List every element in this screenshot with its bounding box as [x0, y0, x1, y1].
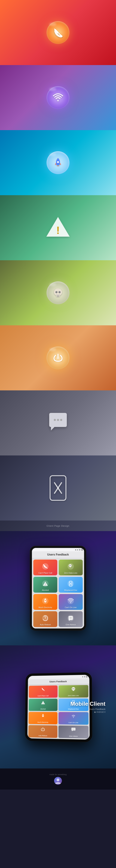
big-item-zero-data[interactable]: Zero Data Loss	[59, 685, 88, 698]
big-give-advice-label: Give Advice	[69, 735, 78, 737]
svg-text:!: !	[45, 583, 46, 586]
big-skull-icon	[71, 686, 76, 691]
warning-triangle-container: !	[45, 215, 71, 240]
phone-rectangle-container	[47, 474, 69, 502]
chat-bubble-icon	[46, 410, 70, 435]
wifi-status-icon: ▲▲	[75, 549, 78, 551]
cant-place-call-icon-circle	[47, 21, 69, 44]
svg-point-46	[73, 717, 74, 718]
chat-bubble-container	[46, 410, 70, 436]
big-much-electricity-label: Much Electricity	[38, 721, 48, 723]
author-avatar	[54, 777, 62, 785]
rocket-icon-circle	[47, 151, 69, 174]
feedback-item-misplaced[interactable]: Misplaced Else	[59, 577, 83, 593]
svg-point-30	[70, 602, 71, 603]
android-icon: ◆	[94, 711, 96, 713]
phone-slash-icon	[52, 26, 64, 39]
shine-overlay	[49, 283, 56, 286]
give-advice-icon	[67, 615, 74, 622]
hero-section-phone-x	[0, 456, 116, 521]
phone-mockup-section: ▲▲ |||| ▐ Users Feedback Can't	[0, 531, 116, 645]
hero-section-rocket	[0, 130, 116, 195]
feedback-item-aborted[interactable]: ! Aborted	[33, 577, 57, 593]
cant-place-label: Can't Place Call	[39, 572, 52, 574]
shine-overlay	[49, 153, 56, 156]
status-icons: ▲▲ |||| ▐	[75, 549, 82, 551]
svg-point-34	[70, 618, 70, 618]
big-zero-data-label: Zero Data Loss	[68, 694, 79, 696]
status-bar: ▲▲ |||| ▐	[32, 548, 84, 551]
svg-point-4	[55, 291, 57, 293]
app-header: Users Feedback	[32, 551, 84, 558]
rocket-icon	[52, 156, 64, 169]
client-page-label: Client Page Design	[47, 525, 69, 527]
misplaced-icon	[67, 580, 74, 587]
client-page-label-section: Client Page Design	[0, 521, 116, 531]
feedback-item-auto-reboot[interactable]: Auto Reboot	[33, 611, 57, 627]
hero-section-wifi	[0, 65, 116, 130]
big-auto-reboot-label: Auto Reboot	[39, 735, 47, 737]
give-advice-label: Give Advice	[66, 624, 76, 626]
battery-icon: ▐	[81, 549, 82, 551]
auto-reboot-label: Auto Reboot	[40, 624, 51, 626]
misplaced-label: Misplaced Else	[64, 589, 77, 591]
big-aborted-label: Aborted	[40, 708, 46, 710]
svg-point-18	[69, 565, 70, 566]
big-item-cant-online[interactable]: Can't On Line	[59, 712, 89, 725]
big-item-auto-reboot[interactable]: Auto Reboot	[28, 725, 57, 738]
big-status-icons: ▲ |||| ▐	[82, 676, 87, 678]
svg-point-11	[60, 419, 62, 421]
big-item-much-electricity[interactable]: Much Electricity	[28, 712, 57, 724]
svg-point-51	[56, 778, 60, 781]
svg-text:!: !	[56, 224, 60, 236]
hero-section-chat	[0, 391, 116, 456]
much-electricity-label: Much Electricity	[39, 606, 52, 609]
svg-rect-7	[59, 296, 59, 297]
phone-device-outer: ▲▲ |||| ▐ Users Feedback Can't	[30, 546, 86, 630]
feedback-item-cant-online[interactable]: Can't On Line	[59, 594, 83, 610]
svg-rect-6	[57, 296, 58, 297]
phone-x-icon	[47, 474, 69, 502]
svg-point-9	[54, 419, 56, 421]
svg-point-1	[57, 161, 59, 163]
zero-data-icon	[67, 563, 74, 570]
hero-section-warning: !	[0, 195, 116, 260]
mobile-client-title: Mobile Client	[70, 701, 106, 707]
big-chat-icon	[71, 727, 76, 732]
auto-reboot-icon	[42, 615, 49, 622]
big-item-cant-place[interactable]: Can't Place Call	[29, 685, 57, 698]
svg-point-10	[57, 419, 59, 421]
svg-line-37	[42, 688, 44, 691]
shine-overlay	[49, 348, 56, 351]
zero-data-label: Zero Data Loss	[64, 572, 77, 574]
app-title: Users Feedback	[47, 553, 69, 556]
much-electricity-icon	[42, 597, 49, 604]
feedback-item-give-advice[interactable]: Give Advice	[59, 611, 83, 627]
svg-point-45	[43, 715, 43, 716]
cant-online-label: Can't On Line	[65, 606, 77, 609]
avatar-image	[54, 777, 62, 785]
skull-icon	[52, 287, 64, 299]
mobile-client-subtitle: Users Feedback	[89, 708, 106, 710]
attribution-text: made for something	[49, 773, 67, 775]
mobile-client-platform: ◆ Android 4	[94, 711, 106, 713]
signal-icon: ||||	[79, 549, 80, 551]
feedback-item-cant-place[interactable]: Can't Place Call	[33, 560, 57, 576]
wifi-icon-circle	[47, 86, 69, 109]
big-item-give-advice[interactable]: Give Advice	[59, 725, 89, 738]
feedback-item-zero-data[interactable]: Zero Data Loss	[59, 560, 83, 576]
feedback-item-much-electricity[interactable]: Much Electricity	[33, 594, 57, 610]
cant-online-icon	[67, 597, 74, 604]
big-warning-icon: !	[41, 700, 45, 705]
wifi-icon	[52, 91, 64, 104]
power-icon-circle	[47, 346, 69, 369]
big-wifi-icon	[71, 713, 76, 718]
hero-section-cant-place-call	[0, 0, 116, 65]
big-cant-place-label: Can't Place Call	[38, 695, 48, 697]
hero-section-skull	[0, 260, 116, 325]
svg-text:!: !	[43, 702, 43, 704]
svg-point-19	[71, 565, 71, 566]
big-item-aborted[interactable]: ! Aborted	[28, 699, 57, 711]
platform-label: Android 4	[96, 711, 106, 713]
svg-point-35	[70, 618, 71, 618]
